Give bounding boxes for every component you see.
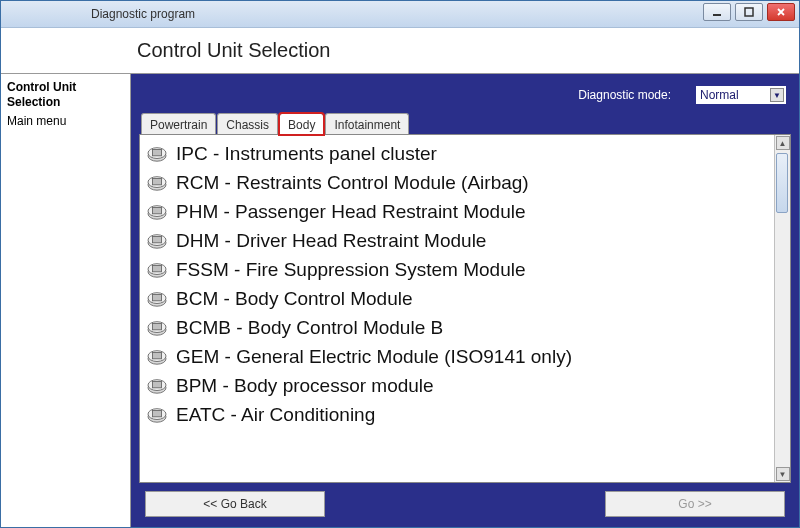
svg-rect-25: [153, 352, 162, 358]
chevron-down-icon: ▼: [770, 88, 784, 102]
chip-icon: [146, 290, 168, 308]
module-label: DHM - Driver Head Restraint Module: [176, 230, 486, 252]
diagnostic-mode-value: Normal: [700, 88, 739, 102]
close-button[interactable]: [767, 3, 795, 21]
module-row[interactable]: BCM - Body Control Module: [146, 284, 768, 313]
module-label: RCM - Restraints Control Module (Airbag): [176, 172, 529, 194]
diagnostic-mode-select[interactable]: Normal ▼: [695, 85, 787, 105]
chip-icon: [146, 174, 168, 192]
svg-rect-1: [745, 8, 753, 16]
module-label: FSSM - Fire Suppression System Module: [176, 259, 526, 281]
svg-rect-28: [153, 381, 162, 387]
titlebar: Diagnostic program: [1, 1, 799, 28]
sidebar: Control Unit Selection Main menu: [1, 74, 131, 527]
module-row[interactable]: EATC - Air Conditioning: [146, 400, 768, 429]
main-panel: Diagnostic mode: Normal ▼ Powertrain Cha…: [131, 74, 799, 527]
scroll-track[interactable]: [775, 151, 790, 466]
chip-icon: [146, 203, 168, 221]
module-label: GEM - General Electric Module (ISO9141 o…: [176, 346, 572, 368]
window-title: Diagnostic program: [91, 7, 195, 21]
module-row[interactable]: DHM - Driver Head Restraint Module: [146, 226, 768, 255]
module-label: BCMB - Body Control Module B: [176, 317, 443, 339]
header: Control Unit Selection: [1, 28, 799, 74]
module-label: BCM - Body Control Module: [176, 288, 413, 310]
module-row[interactable]: PHM - Passenger Head Restraint Module: [146, 197, 768, 226]
diagnostic-mode-label: Diagnostic mode:: [578, 88, 671, 102]
chip-icon: [146, 145, 168, 163]
chip-icon: [146, 377, 168, 395]
footer: << Go Back Go >>: [139, 483, 791, 519]
scroll-down-button[interactable]: ▼: [776, 467, 790, 481]
svg-rect-22: [153, 323, 162, 329]
close-icon: [776, 7, 786, 17]
module-row[interactable]: BCMB - Body Control Module B: [146, 313, 768, 342]
page-title: Control Unit Selection: [137, 39, 330, 62]
module-row[interactable]: FSSM - Fire Suppression System Module: [146, 255, 768, 284]
scroll-thumb[interactable]: [776, 153, 788, 213]
tabs: Powertrain Chassis Body Infotainment: [141, 112, 791, 134]
module-list-inner: IPC - Instruments panel clusterRCM - Res…: [140, 135, 774, 482]
chip-icon: [146, 406, 168, 424]
chip-icon: [146, 319, 168, 337]
mode-row: Diagnostic mode: Normal ▼: [139, 82, 791, 108]
svg-rect-4: [153, 149, 162, 155]
chip-icon: [146, 348, 168, 366]
app-window: Diagnostic program Control Unit Selectio…: [0, 0, 800, 528]
module-row[interactable]: GEM - General Electric Module (ISO9141 o…: [146, 342, 768, 371]
svg-rect-0: [713, 14, 721, 16]
module-label: PHM - Passenger Head Restraint Module: [176, 201, 526, 223]
chip-icon: [146, 261, 168, 279]
go-back-button[interactable]: << Go Back: [145, 491, 325, 517]
module-row[interactable]: BPM - Body processor module: [146, 371, 768, 400]
go-button[interactable]: Go >>: [605, 491, 785, 517]
body: Control Unit Selection Main menu Diagnos…: [1, 74, 799, 527]
svg-rect-31: [153, 410, 162, 416]
chip-icon: [146, 232, 168, 250]
tab-body[interactable]: Body: [279, 113, 324, 135]
svg-rect-19: [153, 294, 162, 300]
module-label: BPM - Body processor module: [176, 375, 434, 397]
module-label: IPC - Instruments panel cluster: [176, 143, 437, 165]
module-row[interactable]: RCM - Restraints Control Module (Airbag): [146, 168, 768, 197]
window-controls: [703, 3, 795, 21]
tab-infotainment[interactable]: Infotainment: [325, 113, 409, 135]
svg-rect-13: [153, 236, 162, 242]
tab-chassis[interactable]: Chassis: [217, 113, 278, 135]
svg-rect-10: [153, 207, 162, 213]
svg-rect-16: [153, 265, 162, 271]
module-row[interactable]: IPC - Instruments panel cluster: [146, 139, 768, 168]
scroll-up-button[interactable]: ▲: [776, 136, 790, 150]
sidebar-item-control-unit-selection[interactable]: Control Unit Selection: [7, 80, 124, 110]
svg-rect-7: [153, 178, 162, 184]
module-label: EATC - Air Conditioning: [176, 404, 375, 426]
module-list: IPC - Instruments panel clusterRCM - Res…: [139, 134, 791, 483]
sidebar-item-main-menu[interactable]: Main menu: [7, 114, 124, 129]
maximize-icon: [744, 7, 754, 17]
maximize-button[interactable]: [735, 3, 763, 21]
minimize-button[interactable]: [703, 3, 731, 21]
scrollbar[interactable]: ▲ ▼: [774, 135, 790, 482]
minimize-icon: [712, 7, 722, 17]
tab-powertrain[interactable]: Powertrain: [141, 113, 216, 135]
